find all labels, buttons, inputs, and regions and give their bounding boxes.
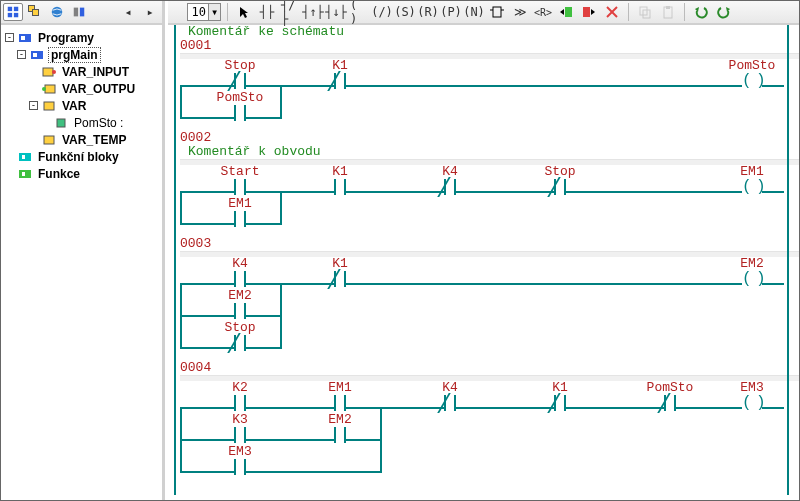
tree-var-input[interactable]: VAR_INPUT <box>60 65 131 79</box>
navigator-tabs: ◂ ▸ <box>1 1 162 25</box>
functions-icon <box>17 167 33 181</box>
wire <box>180 85 234 87</box>
coil-n-tool[interactable]: (N) <box>464 3 484 21</box>
ladder-editor[interactable]: Komentář ke schématu0001StopK1PomSto()Po… <box>168 25 799 500</box>
tree-pomsto[interactable]: PomSto : <box>72 116 125 130</box>
tab-globe[interactable] <box>47 3 67 21</box>
grid-width-field[interactable]: 10 ▾ <box>187 3 221 21</box>
left-power-rail <box>174 25 176 495</box>
tree-function-blocks[interactable]: Funkční bloky <box>36 150 121 164</box>
svg-point-14 <box>42 87 46 91</box>
wire <box>180 283 234 285</box>
contact-n-tool[interactable]: ┤↓├ <box>326 3 346 21</box>
var-input-icon <box>41 65 57 79</box>
element-label: EM1 <box>300 381 380 395</box>
tree-var-output[interactable]: VAR_OUTPU <box>60 82 137 96</box>
element-label: EM3 <box>200 445 280 459</box>
rung-number: 0003 <box>172 237 799 251</box>
svg-rect-21 <box>22 172 25 176</box>
svg-rect-5 <box>74 8 78 17</box>
tree-programs[interactable]: Programy <box>36 31 96 45</box>
editor-panel: 10 ▾ ┤├ ┤/├ ┤↑├ ┤↓├ ( ) (/) (S) (R) (P) … <box>168 1 799 500</box>
svg-rect-8 <box>21 36 25 40</box>
coil[interactable]: EM2() <box>712 257 792 289</box>
svg-rect-1 <box>14 7 18 11</box>
svg-point-12 <box>52 70 56 74</box>
programs-icon <box>17 31 33 45</box>
element-label: EM1 <box>712 165 792 179</box>
tree-prgmain[interactable]: prgMain <box>48 47 101 63</box>
element-label: K1 <box>300 165 380 179</box>
grid-width-value: 10 <box>188 5 208 19</box>
program-icon <box>29 48 45 62</box>
insert-before-tool[interactable] <box>556 3 576 21</box>
element-label: PomSto <box>712 59 792 73</box>
coil[interactable]: EM3() <box>712 381 792 413</box>
contact-p-tool[interactable]: ┤↑├ <box>303 3 323 21</box>
tab-project[interactable] <box>3 3 23 21</box>
function-blocks-icon <box>17 150 33 164</box>
wire <box>456 407 554 409</box>
wire <box>246 315 280 317</box>
pointer-tool[interactable] <box>234 3 254 21</box>
contact-nc-tool[interactable]: ┤/├ <box>280 3 300 21</box>
rung-comment: Komentář k obvodu <box>172 145 799 159</box>
rung-number: 0004 <box>172 361 799 375</box>
tree-toggle[interactable]: - <box>5 33 14 42</box>
tree-var[interactable]: VAR <box>60 99 88 113</box>
wire <box>280 85 282 119</box>
svg-rect-2 <box>8 13 12 17</box>
var-temp-icon <box>41 133 57 147</box>
coil[interactable]: PomSto() <box>712 59 792 91</box>
tab-settings[interactable] <box>69 3 89 21</box>
wire <box>180 117 234 119</box>
wire <box>346 439 380 441</box>
wire <box>246 117 280 119</box>
wire <box>280 191 282 225</box>
svg-point-4 <box>52 7 63 18</box>
coil-p-tool[interactable]: (P) <box>441 3 461 21</box>
navigator-panel: ◂ ▸ - Programy - prgMain VAR_INPUT VAR_O… <box>1 1 165 500</box>
coil-set-tool[interactable]: (S) <box>395 3 415 21</box>
return-tool[interactable]: <R> <box>533 3 553 21</box>
wire <box>246 347 280 349</box>
tree-functions[interactable]: Funkce <box>36 167 82 181</box>
nav-right-arrow[interactable]: ▸ <box>140 3 160 21</box>
delete-tool[interactable] <box>602 3 622 21</box>
coil-neg-tool[interactable]: (/) <box>372 3 392 21</box>
project-tree[interactable]: - Programy - prgMain VAR_INPUT VAR_OUTPU… <box>1 25 162 182</box>
block-tool[interactable] <box>487 3 507 21</box>
element-label: EM2 <box>712 257 792 271</box>
wire <box>346 85 742 87</box>
rung-number: 0002 <box>172 131 799 145</box>
redo-tool[interactable] <box>714 3 734 21</box>
contact-no-tool[interactable]: ┤├ <box>257 3 277 21</box>
coil-reset-tool[interactable]: (R) <box>418 3 438 21</box>
insert-after-tool[interactable] <box>579 3 599 21</box>
wire <box>456 191 554 193</box>
variable-icon <box>53 116 69 130</box>
wire <box>180 347 234 349</box>
svg-rect-17 <box>44 136 54 144</box>
nav-left-arrow[interactable]: ◂ <box>118 3 138 21</box>
schema-comment: Komentář ke schématu <box>172 25 799 39</box>
tree-toggle[interactable]: - <box>29 101 38 110</box>
wire <box>280 283 282 349</box>
dropdown-icon[interactable]: ▾ <box>208 4 220 20</box>
var-icon <box>41 99 57 113</box>
tab-files[interactable] <box>25 3 45 21</box>
var-output-icon <box>41 82 57 96</box>
coil-tool[interactable]: ( ) <box>349 3 369 21</box>
undo-tool[interactable] <box>691 3 711 21</box>
tree-var-temp[interactable]: VAR_TEMP <box>60 133 128 147</box>
tree-toggle[interactable]: - <box>17 50 26 59</box>
element-label: K4 <box>200 257 280 271</box>
wire <box>180 315 234 317</box>
svg-rect-25 <box>565 7 572 17</box>
jump-tool[interactable]: ≫ <box>510 3 530 21</box>
coil[interactable]: EM1() <box>712 165 792 197</box>
element-label: Start <box>200 165 280 179</box>
svg-rect-0 <box>8 7 12 11</box>
wire <box>246 283 334 285</box>
network: K4K1EM2()EM2Stop <box>180 257 799 361</box>
